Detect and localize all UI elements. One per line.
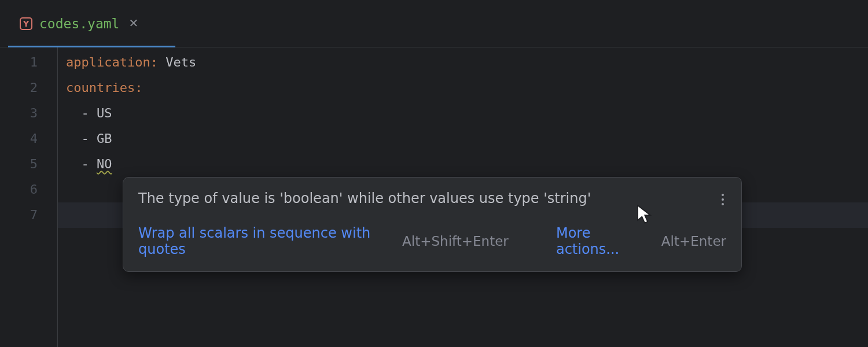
editor-tabbar: Y codes.yaml	[0, 0, 868, 47]
quick-fix-wrap-scalars[interactable]: Wrap all scalars in sequence with quotes	[138, 225, 386, 257]
file-tab-codes-yaml[interactable]: Y codes.yaml	[8, 0, 152, 47]
line-number: 4	[0, 126, 57, 152]
yaml-file-icon: Y	[20, 17, 32, 30]
line-number: 2	[0, 75, 57, 101]
code-line: - GB	[58, 126, 868, 152]
code-line: - US	[58, 101, 868, 126]
line-number: 3	[0, 101, 57, 126]
line-number: 1	[0, 50, 57, 75]
inspection-popup: The type of value is 'boolean' while oth…	[123, 177, 742, 272]
quick-fix-shortcut: Alt+Shift+Enter	[402, 234, 509, 249]
code-line: countries:	[58, 75, 868, 101]
close-tab-button[interactable]	[126, 16, 141, 30]
line-number: 6	[0, 177, 57, 202]
code-line: application: Vets	[58, 50, 868, 75]
file-tab-label: codes.yaml	[39, 16, 119, 31]
line-number: 5	[0, 152, 57, 177]
popup-more-menu-icon[interactable]	[719, 191, 726, 205]
warning-token-no[interactable]: NO	[97, 157, 112, 171]
line-number-gutter: 1 2 3 4 5 6 7	[0, 47, 58, 347]
line-number: 7	[0, 202, 57, 228]
inspection-message: The type of value is 'boolean' while oth…	[138, 190, 719, 206]
more-actions-link[interactable]: More actions...	[556, 225, 645, 257]
code-line: - NO	[58, 152, 868, 177]
more-actions-shortcut: Alt+Enter	[661, 234, 726, 249]
